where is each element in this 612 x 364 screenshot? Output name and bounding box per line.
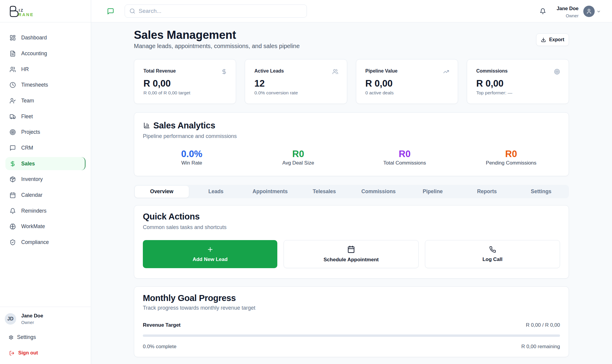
- svg-text:IZ: IZ: [19, 8, 24, 13]
- svg-text:RANE: RANE: [18, 12, 34, 17]
